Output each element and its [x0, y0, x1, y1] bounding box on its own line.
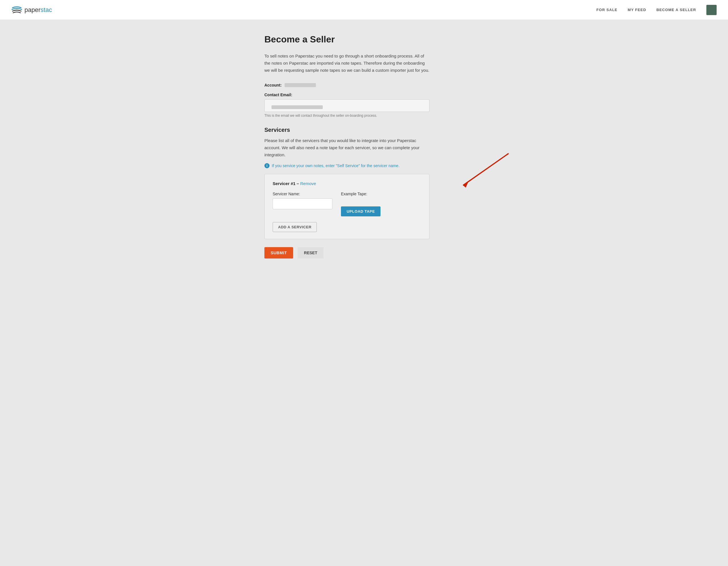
site-header: paperstac FOR SALE MY FEED BECOME A SELL…: [0, 0, 728, 20]
servicers-intro: Please list all of the servicers that yo…: [264, 137, 429, 158]
nav-for-sale[interactable]: FOR SALE: [597, 8, 618, 12]
servicers-title: Servicers: [264, 127, 464, 133]
example-tape-label: Example Tape:: [341, 191, 381, 196]
servicer-card: Servicer #1 – Remove Servicer Name: Exam…: [264, 174, 429, 239]
servicer-header: Servicer #1 – Remove: [273, 181, 421, 186]
logo-text: paperstac: [24, 6, 52, 14]
info-icon: i: [264, 163, 270, 168]
annotation-arrow: [447, 151, 521, 197]
remove-servicer-link[interactable]: Remove: [300, 181, 316, 186]
add-servicer-row: ADD A SERVICER: [273, 222, 421, 232]
email-hint: This is the email we will contact throug…: [264, 114, 464, 118]
email-input-wrapper: [264, 99, 429, 112]
servicer-name-input[interactable]: [273, 198, 332, 209]
servicer-fields: Servicer Name: Example Tape: UPLOAD TAPE: [273, 191, 421, 216]
contact-email-section: Contact Email: This is the email we will…: [264, 92, 464, 118]
account-label: Account:: [264, 83, 282, 87]
servicer-name-field: Servicer Name:: [273, 191, 332, 209]
servicer-name-label: Servicer Name:: [273, 191, 332, 196]
page-title: Become a Seller: [264, 34, 464, 45]
upload-tape-button[interactable]: UPLOAD TAPE: [341, 206, 381, 216]
info-note[interactable]: i If you service your own notes, enter "…: [264, 163, 464, 168]
main-content: Become a Seller To sell notes on Paperst…: [253, 20, 475, 281]
logo-icon: [11, 5, 22, 15]
info-note-text: If you service your own notes, enter "Se…: [272, 163, 400, 168]
svg-marker-0: [463, 181, 469, 188]
submit-button[interactable]: SUBMIT: [264, 247, 293, 258]
account-row: Account:: [264, 83, 464, 87]
nav-become-seller[interactable]: BECOME A SELLER: [656, 8, 696, 12]
email-placeholder-blur: [272, 105, 323, 109]
intro-text: To sell notes on Paperstac you need to g…: [264, 53, 429, 74]
logo[interactable]: paperstac: [11, 5, 52, 15]
example-tape-field: Example Tape: UPLOAD TAPE: [341, 191, 381, 216]
servicer-card-wrapper: Servicer #1 – Remove Servicer Name: Exam…: [264, 174, 464, 239]
reset-button[interactable]: RESET: [298, 247, 324, 258]
add-servicer-button[interactable]: ADD A SERVICER: [273, 222, 317, 232]
main-nav: FOR SALE MY FEED BECOME A SELLER: [597, 5, 717, 15]
action-buttons: SUBMIT RESET: [264, 247, 464, 258]
avatar[interactable]: [706, 5, 717, 15]
contact-email-label: Contact Email:: [264, 92, 464, 97]
account-value: [285, 83, 316, 87]
nav-my-feed[interactable]: MY FEED: [628, 8, 646, 12]
